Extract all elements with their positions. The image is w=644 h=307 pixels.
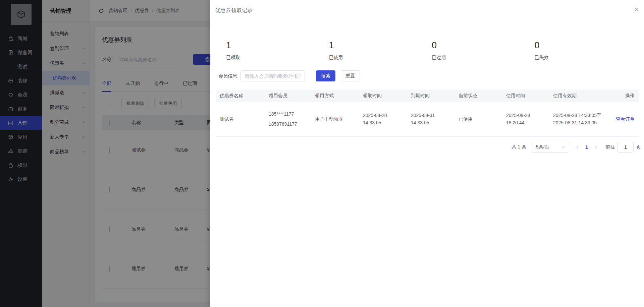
- cell-status: 已使用: [454, 112, 502, 126]
- page-unit-label: 页: [636, 144, 641, 150]
- stat-label: 已领取: [226, 55, 329, 61]
- stat-label: 已失效: [535, 55, 638, 61]
- stat-value: 1: [329, 40, 432, 51]
- column-header: 领用方式: [311, 93, 359, 99]
- drawer-title: 优惠券领取记录: [215, 7, 253, 14]
- member-masked: 185****1177: [269, 111, 307, 118]
- stat-label: 已使用: [329, 55, 432, 61]
- column-header: 使用时间: [502, 93, 549, 99]
- pagination-total: 共 1 条: [512, 144, 526, 150]
- column-header: 领取时间: [359, 93, 407, 99]
- cell-coupon-name: 测试券: [216, 112, 265, 126]
- cell-claim-method: 用户手动领取: [311, 112, 359, 126]
- member-phone: 18507691177: [269, 121, 307, 128]
- page-size-select[interactable]: 5条/页: [532, 142, 569, 152]
- goto-label: 前往: [605, 144, 615, 150]
- claim-stats: 1 已领取 1 已使用 0 已过期 0 已失效: [226, 40, 637, 61]
- cell-expire-time: 2025-08-31 14:33:05: [407, 109, 454, 130]
- member-search-input[interactable]: [240, 70, 305, 81]
- stat-expired: 0 已过期: [432, 40, 535, 61]
- column-header: 当前状态: [454, 93, 502, 99]
- cell-use-time: 2025-08-28 18:20:44: [502, 109, 549, 130]
- next-page-button[interactable]: ›: [591, 144, 601, 150]
- stat-used: 1 已使用: [329, 40, 432, 61]
- cell-claim-time: 2025-08-28 14:33:05: [359, 109, 407, 130]
- page-size-value: 5条/页: [536, 144, 549, 150]
- claim-table-header: 优惠券名称 领用会员 领用方式 领取时间 到期时间 当前状态 使用时间 使用有效…: [216, 89, 639, 102]
- cell-member: 185****1177 18507691177: [265, 107, 311, 131]
- prev-page-button[interactable]: ‹: [573, 144, 582, 150]
- goto-page-input[interactable]: [618, 142, 634, 152]
- stat-label: 已过期: [432, 55, 535, 61]
- chevron-down-icon: [561, 145, 566, 149]
- stat-value: 0: [432, 40, 535, 51]
- column-header: 优惠券名称: [216, 93, 265, 99]
- column-header: 操作: [610, 93, 639, 99]
- claim-record-table: 优惠券名称 领用会员 领用方式 领取时间 到期时间 当前状态 使用时间 使用有效…: [216, 89, 639, 137]
- stat-claimed: 1 已领取: [226, 40, 329, 61]
- cell-validity: 2025-08-28 14:33:05至2025-08-31 14:33:05: [549, 109, 610, 130]
- claim-record-row: 测试券 185****1177 18507691177 用户手动领取 2025-…: [216, 102, 639, 137]
- view-order-link[interactable]: 查看订单: [616, 116, 635, 122]
- member-search-row: 会员信息 搜索 重置: [218, 70, 360, 81]
- column-header: 使用有效期: [549, 93, 610, 99]
- column-header: 到期时间: [407, 93, 454, 99]
- pagination: 共 1 条 5条/页 ‹ 1 › 前往 页: [512, 142, 641, 152]
- member-reset-button[interactable]: 重置: [341, 70, 360, 81]
- column-header: 领用会员: [265, 93, 311, 99]
- stat-value: 1: [226, 40, 329, 51]
- app-root: 商城 微官网 测试 装修: [0, 0, 644, 307]
- close-icon[interactable]: [634, 7, 639, 12]
- stat-value: 0: [535, 40, 638, 51]
- coupon-claim-record-drawer: 优惠券领取记录 1 已领取 1 已使用 0 已过期 0 已失效 会员信息: [210, 0, 644, 307]
- current-page-button[interactable]: 1: [582, 144, 591, 150]
- stat-invalid: 0 已失效: [535, 40, 638, 61]
- member-info-label: 会员信息: [218, 73, 237, 79]
- member-search-button[interactable]: 搜索: [316, 70, 335, 81]
